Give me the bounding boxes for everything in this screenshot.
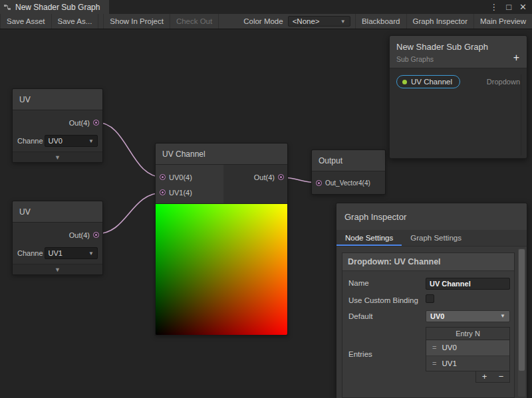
tab-title: New Shader Sub Graph	[15, 3, 100, 12]
list-add-remove-bar: + −	[475, 371, 510, 383]
color-mode-value: <None>	[293, 17, 320, 25]
chevron-down-icon: ▼	[88, 138, 94, 144]
input-port-uv0[interactable]	[160, 174, 166, 180]
input-slots: UV0(4) UV1(4)	[156, 165, 223, 203]
shader-graph-icon	[3, 3, 11, 11]
color-mode-dropdown[interactable]: <None> ▼	[288, 16, 350, 27]
dropdown-section: Dropdown: UV Channel Name Use Custom Bin…	[342, 252, 515, 398]
drag-handle-icon[interactable]: =	[432, 359, 436, 367]
name-label: Name	[348, 277, 426, 290]
default-value: UV0	[430, 312, 444, 320]
toolbar-spacer	[219, 14, 239, 29]
check-out-button: Check Out	[170, 14, 219, 29]
entry-label: UV0	[442, 344, 456, 351]
graph-inspector-toggle-button[interactable]: Graph Inspector	[406, 14, 473, 29]
port-label: Out_Vector4(4)	[325, 179, 370, 187]
node-title[interactable]: UV	[13, 201, 102, 223]
blackboard-panel[interactable]: New Shader Sub Graph Sub Graphs + UV Cha…	[389, 35, 527, 159]
chevron-down-icon: ▼	[88, 250, 94, 256]
entry-label: UV1	[442, 359, 456, 367]
input-port-uv1[interactable]	[160, 189, 166, 195]
name-input[interactable]	[426, 278, 510, 290]
use-custom-binding-checkbox[interactable]	[426, 294, 434, 303]
entries-label: Entries	[348, 327, 426, 383]
node-title[interactable]: Output	[312, 150, 385, 171]
output-port[interactable]	[93, 120, 99, 126]
close-icon[interactable]: ✕	[519, 3, 527, 11]
scrollbar-thumb[interactable]	[519, 249, 525, 371]
add-entry-button[interactable]: +	[476, 371, 493, 382]
inspector-tabs: Node Settings Graph Settings	[336, 230, 527, 247]
exposed-dot-icon	[402, 80, 407, 84]
channel-label: Channe	[17, 249, 43, 257]
port-label: Out(4)	[69, 231, 90, 239]
inspector-scrollbar[interactable]	[518, 249, 525, 397]
channel-dropdown[interactable]: UV0 ▼	[45, 135, 98, 147]
node-title[interactable]: UV	[13, 89, 102, 110]
port-label: UV1(4)	[169, 189, 192, 197]
chevron-down-icon: ▼	[340, 19, 346, 25]
default-label: Default	[348, 310, 426, 322]
collapse-chevron[interactable]: ▼	[13, 264, 102, 274]
section-title: Dropdown: UV Channel	[342, 253, 514, 271]
tab-node-settings[interactable]: Node Settings	[336, 230, 402, 246]
output-port[interactable]	[93, 232, 99, 238]
blackboard-scrollbar[interactable]	[521, 74, 526, 155]
edge-uv-bottom-to-uv1[interactable]	[96, 193, 163, 234]
inspector-content: Dropdown: UV Channel Name Use Custom Bin…	[336, 247, 527, 398]
node-uv-top[interactable]: UV Out(4) Channe UV0 ▼ ▼	[12, 88, 103, 163]
tab-graph-settings[interactable]: Graph Settings	[402, 230, 470, 246]
toolbar: Save Asset Save As... Show In Project Ch…	[0, 14, 532, 29]
blackboard-title: New Shader Sub Graph	[396, 42, 520, 52]
window-tab[interactable]: New Shader Sub Graph	[0, 0, 109, 14]
default-dropdown[interactable]: UV0 ▼	[426, 310, 510, 322]
port-label: Out(4)	[254, 173, 275, 181]
blackboard-item-uv-channel[interactable]: UV Channel	[396, 75, 460, 88]
port-label: Out(4)	[69, 119, 90, 127]
channel-label: Channe	[17, 137, 43, 145]
channel-value: UV0	[49, 137, 63, 145]
graph-canvas[interactable]: UV Out(4) Channe UV0 ▼ ▼ UV Out(4) Chann…	[0, 29, 532, 398]
blackboard-item-label: UV Channel	[411, 78, 452, 86]
inspector-title: Graph Inspector	[336, 203, 527, 230]
edge-uv-top-to-uv0[interactable]	[96, 122, 163, 177]
show-in-project-button[interactable]: Show In Project	[103, 14, 170, 29]
use-custom-binding-label: Use Custom Binding	[348, 294, 426, 306]
drag-handle-icon[interactable]: =	[432, 344, 436, 351]
blackboard-subtitle: Sub Graphs	[396, 55, 520, 63]
list-item-uv0[interactable]: = UV0	[426, 340, 509, 355]
maximize-icon[interactable]: □	[506, 3, 511, 11]
chevron-down-icon: ▼	[500, 313, 505, 319]
node-title[interactable]: UV Channel	[156, 144, 287, 165]
title-bar: New Shader Sub Graph ⋮ □ ✕	[0, 0, 532, 14]
node-output[interactable]: Output Out_Vector4(4)	[311, 149, 386, 195]
collapse-chevron[interactable]: ▼	[13, 151, 102, 162]
add-property-button[interactable]: +	[513, 52, 519, 63]
entries-list-header: Entry N	[426, 328, 509, 340]
blackboard-item-row: UV Channel Dropdown	[390, 68, 527, 95]
main-preview-toggle-button[interactable]: Main Preview	[473, 14, 532, 29]
blackboard-item-type: Dropdown	[487, 78, 520, 86]
graph-inspector-panel[interactable]: Graph Inspector Node Settings Graph Sett…	[336, 203, 527, 398]
toolbar-gap	[98, 14, 103, 29]
uv-gradient-preview	[156, 203, 287, 335]
node-uv-channel[interactable]: UV Channel UV0(4) UV1(4) Out(4)	[155, 143, 288, 336]
output-port[interactable]	[278, 174, 284, 180]
channel-value: UV1	[49, 249, 63, 257]
menu-icon[interactable]: ⋮	[489, 3, 498, 11]
color-mode-label: Color Mode	[239, 14, 287, 29]
save-as-button[interactable]: Save As...	[52, 14, 99, 29]
entries-list: Entry N = UV0 = UV1	[426, 327, 510, 371]
list-item-uv1[interactable]: = UV1	[426, 355, 509, 371]
port-label: UV0(4)	[169, 173, 192, 181]
blackboard-toggle-button[interactable]: Blackboard	[355, 14, 406, 29]
blackboard-header: New Shader Sub Graph Sub Graphs +	[390, 36, 527, 68]
remove-entry-button[interactable]: −	[493, 371, 509, 382]
input-port[interactable]	[316, 180, 322, 186]
save-asset-button[interactable]: Save Asset	[0, 14, 52, 29]
node-uv-bottom[interactable]: UV Out(4) Channe UV1 ▼ ▼	[12, 201, 103, 275]
channel-dropdown[interactable]: UV1 ▼	[45, 247, 98, 259]
